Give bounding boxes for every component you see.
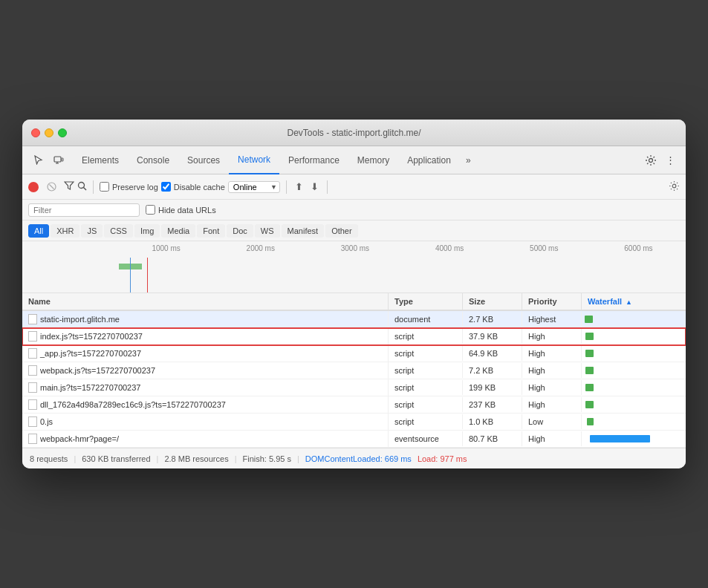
file-icon [28,314,37,324]
row-waterfall [582,364,686,377]
filter-input[interactable] [28,203,140,217]
row-size: 237 KB [463,397,522,412]
minimize-button[interactable] [45,128,53,137]
device-icon[interactable] [49,151,68,170]
table-row[interactable]: index.js?ts=1572270700237 script 37.9 KB… [22,328,686,345]
timeline-header: 1000 ms 2000 ms 3000 ms 4000 ms 5000 ms … [22,241,686,293]
network-table: Name Type Size Priority Waterfall ▲ stat… [22,293,686,448]
col-waterfall[interactable]: Waterfall ▲ [582,293,686,310]
table-row[interactable]: 0.js script 1.0 KB Low [22,414,686,431]
waterfall-bar [585,333,683,340]
row-waterfall [582,330,686,343]
requests-count: 8 requests [30,454,68,463]
wf-bar-blue [590,435,651,442]
wf-bar-green [585,333,594,340]
table-row[interactable]: static-import.glitch.me document 2.7 KB … [22,311,686,328]
row-size: 80.7 KB [463,431,522,446]
cursor-icon[interactable] [28,151,48,170]
row-waterfall [582,398,686,411]
type-filter-media[interactable]: Media [161,224,195,238]
settings-icon[interactable] [641,151,660,170]
row-name: index.js?ts=1572270700237 [22,328,389,344]
row-name: webpack.js?ts=1572270700237 [22,362,389,379]
table-row[interactable]: webpack-hmr?page=/ eventsource 80.7 KB H… [22,431,686,448]
svg-point-9 [672,184,676,188]
record-button[interactable] [28,182,39,192]
row-size: 7.2 KB [463,363,522,378]
type-filter-js[interactable]: JS [81,224,103,238]
type-filter-bar: All XHR JS CSS Img Media Font Doc WS Man… [22,220,686,241]
type-filter-xhr[interactable]: XHR [51,224,79,238]
row-priority: High [522,346,582,361]
timeline-blue-line [130,258,131,293]
svg-point-4 [649,158,653,162]
tab-sources[interactable]: Sources [178,146,229,174]
upload-icon[interactable]: ⬆ [293,181,305,192]
nav-toolbar: Elements Console Sources Network Perform… [22,146,686,174]
load-time: Load: 977 ms [418,454,467,463]
menu-icon[interactable]: ⋮ [660,151,680,170]
maximize-button[interactable] [58,128,67,137]
dom-content-loaded: DOMContentLoaded: 669 ms [305,454,412,463]
waterfall-bar [585,316,683,323]
tab-application[interactable]: Application [398,146,460,174]
col-size[interactable]: Size [463,293,522,310]
type-filter-css[interactable]: CSS [104,224,133,238]
wf-bar-green [585,350,594,357]
row-priority: High [522,431,582,446]
tick-2000: 2000 ms [213,244,308,252]
table-row[interactable]: dll_1762a4d98a7289ec16c9.js?ts=157227070… [22,396,686,414]
tab-performance[interactable]: Performance [279,146,348,174]
type-filter-doc[interactable]: Doc [227,224,253,238]
hide-data-urls-checkbox[interactable]: Hide data URLs [146,205,216,215]
svg-rect-1 [62,158,63,161]
row-type: script [389,329,463,344]
row-priority: Highest [522,312,582,327]
row-type: eventsource [389,431,463,446]
file-icon [28,365,37,376]
row-waterfall [582,347,686,360]
disable-cache-checkbox[interactable]: Disable cache [161,182,225,192]
filter-icon[interactable] [64,181,74,192]
table-row[interactable]: main.js?ts=1572270700237 script 199 KB H… [22,379,686,396]
row-size: 2.7 KB [463,312,522,327]
tab-elements[interactable]: Elements [73,146,128,174]
download-icon[interactable]: ⬇ [308,181,321,192]
search-icon[interactable] [77,181,87,193]
col-name[interactable]: Name [22,293,389,310]
gear-network-icon[interactable] [669,180,680,194]
col-type[interactable]: Type [389,293,463,310]
row-waterfall [582,415,686,428]
throttle-select[interactable]: Online Fast 3G Slow 3G Offline [228,181,280,193]
separator-3 [327,180,328,194]
type-filter-other[interactable]: Other [325,224,358,238]
tab-memory[interactable]: Memory [348,146,398,174]
waterfall-bar [585,435,683,442]
row-waterfall [582,313,686,326]
preserve-log-checkbox[interactable]: Preserve log [100,182,158,192]
table-header: Name Type Size Priority Waterfall ▲ [22,293,686,311]
tick-1000: 1000 ms [119,244,213,252]
clear-button[interactable] [42,177,61,197]
table-row[interactable]: webpack.js?ts=1572270700237 script 7.2 K… [22,362,686,379]
row-name: main.js?ts=1572270700237 [22,379,389,396]
tab-console[interactable]: Console [128,146,178,174]
col-priority[interactable]: Priority [522,293,582,310]
row-size: 37.9 KB [463,329,522,344]
type-filter-manifest[interactable]: Manifest [282,224,325,238]
filter-bar: Hide data URLs [22,200,686,220]
close-button[interactable] [31,128,40,137]
type-filter-ws[interactable]: WS [255,224,280,238]
type-filter-font[interactable]: Font [197,224,225,238]
row-waterfall [582,432,686,445]
wf-bar-green [585,384,594,391]
table-row[interactable]: _app.js?ts=1572270700237 script 64.9 KB … [22,345,686,362]
more-tabs-button[interactable]: » [460,146,477,174]
tab-network[interactable]: Network [229,146,279,174]
type-filter-all[interactable]: All [28,224,49,238]
row-priority: High [522,380,582,395]
row-name: 0.js [22,414,389,430]
type-filter-img[interactable]: Img [134,224,160,238]
row-priority: High [522,363,582,378]
timeline-ticks: 1000 ms 2000 ms 3000 ms 4000 ms 5000 ms … [22,241,686,252]
